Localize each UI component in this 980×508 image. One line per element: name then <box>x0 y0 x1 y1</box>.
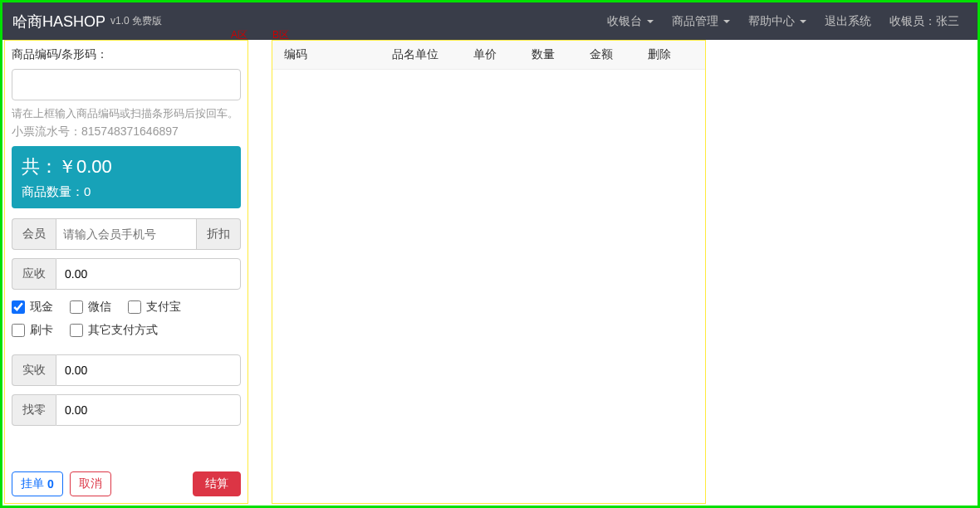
brand-title: 哈商HASHOP <box>12 12 105 32</box>
receivable-addon: 应收 <box>12 258 56 290</box>
total-box: 共：￥0.00 商品数量：0 <box>12 146 241 208</box>
discount-addon[interactable]: 折扣 <box>197 218 241 250</box>
barcode-input[interactable] <box>12 69 241 100</box>
member-addon[interactable]: 会员 <box>12 218 56 250</box>
col-name: 品名 <box>392 47 415 62</box>
actual-addon: 实收 <box>12 354 56 386</box>
pay-wechat-label: 微信 <box>88 300 111 315</box>
pay-card-label: 刷卡 <box>30 323 53 338</box>
cashier-name-label: 收银员：张三 <box>889 14 959 29</box>
pay-other-checkbox[interactable] <box>70 324 83 337</box>
cancel-button[interactable]: 取消 <box>70 471 111 496</box>
pay-other-check[interactable]: 其它支付方式 <box>70 323 158 338</box>
pay-other-label: 其它支付方式 <box>88 323 158 338</box>
content: A区 商品编码/条形码： 请在上框输入商品编码或扫描条形码后按回车。 小票流水号… <box>2 40 978 506</box>
total-value: 0.00 <box>76 156 112 177</box>
navbar: 哈商HASHOP v1.0 免费版 收银台 商品管理 帮助中心 退出系统 收银员… <box>2 2 978 40</box>
pay-cash-checkbox[interactable] <box>12 300 25 314</box>
nav-cashier-name: 收银员：张三 <box>881 2 968 40</box>
pay-wechat-checkbox[interactable] <box>70 300 83 314</box>
receivable-input[interactable] <box>56 258 241 290</box>
item-count-line: 商品数量：0 <box>22 184 231 200</box>
hold-order-label: 挂单 <box>21 476 44 491</box>
chevron-down-icon <box>647 20 654 23</box>
actual-receive-group: 实收 <box>12 354 241 386</box>
count-prefix: 商品数量： <box>22 184 84 198</box>
nav-right: 收银台 商品管理 帮助中心 退出系统 收银员：张三 <box>599 2 968 40</box>
nav-help-center[interactable]: 帮助中心 <box>740 2 815 40</box>
serial-number-line: 小票流水号：815748371646897 <box>12 125 241 139</box>
pay-card-checkbox[interactable] <box>12 324 25 337</box>
hold-order-button[interactable]: 挂单 0 <box>12 471 63 496</box>
pay-cash-label: 现金 <box>30 300 53 315</box>
pay-alipay-label: 支付宝 <box>146 300 181 315</box>
change-addon: 找零 <box>12 394 56 426</box>
payment-methods: 现金 微信 支付宝 刷卡 其它支付方式 <box>12 300 241 346</box>
cart-table-header: 编码 品名 单位 单价 数量 金额 删除 <box>272 41 705 70</box>
nav-help-label: 帮助中心 <box>748 14 795 29</box>
nav-product-label: 商品管理 <box>672 14 718 29</box>
pay-card-check[interactable]: 刷卡 <box>12 323 53 338</box>
nav-logout-label: 退出系统 <box>825 14 871 29</box>
settle-button[interactable]: 结算 <box>193 471 241 496</box>
chevron-down-icon <box>800 20 806 23</box>
col-delete: 删除 <box>648 47 693 62</box>
col-qty: 数量 <box>532 47 590 62</box>
receivable-group: 应收 <box>12 258 241 290</box>
chevron-down-icon <box>723 20 730 23</box>
nav-logout[interactable]: 退出系统 <box>816 2 880 40</box>
member-phone-input[interactable] <box>56 218 197 250</box>
col-code: 编码 <box>284 47 392 62</box>
total-prefix: 共：￥ <box>22 156 76 177</box>
action-button-row: 挂单 0 取消 结算 <box>12 462 241 496</box>
col-amount: 金额 <box>590 47 648 62</box>
pay-wechat-check[interactable]: 微信 <box>70 300 111 315</box>
zone-a-label: A区 <box>231 28 247 42</box>
nav-product-manage[interactable]: 商品管理 <box>664 2 738 40</box>
actual-input[interactable] <box>56 354 241 386</box>
pay-alipay-checkbox[interactable] <box>128 300 141 314</box>
count-value: 0 <box>84 184 91 198</box>
zone-b-label: B区 <box>272 28 289 42</box>
pay-alipay-check[interactable]: 支付宝 <box>128 300 181 315</box>
serial-number: 815748371646897 <box>81 125 179 138</box>
col-price: 单价 <box>473 47 532 62</box>
member-input-group: 会员 折扣 <box>12 218 241 250</box>
hold-order-count: 0 <box>47 477 54 491</box>
nav-cashier-label: 收银台 <box>607 14 642 29</box>
barcode-help-text: 请在上框输入商品编码或扫描条形码后按回车。 <box>12 105 241 123</box>
panel-b: B区 编码 品名 单位 单价 数量 金额 删除 <box>272 40 706 504</box>
total-amount-line: 共：￥0.00 <box>22 154 231 179</box>
panel-a: A区 商品编码/条形码： 请在上框输入商品编码或扫描条形码后按回车。 小票流水号… <box>4 40 248 504</box>
brand-version: v1.0 免费版 <box>110 14 162 28</box>
panel-gap <box>248 40 272 504</box>
change-input[interactable] <box>56 394 241 426</box>
barcode-label: 商品编码/条形码： <box>12 47 241 62</box>
serial-prefix: 小票流水号： <box>12 125 81 138</box>
nav-cashier[interactable]: 收银台 <box>599 2 662 40</box>
col-unit: 单位 <box>415 47 473 62</box>
pay-cash-check[interactable]: 现金 <box>12 300 53 315</box>
change-group: 找零 <box>12 394 241 426</box>
